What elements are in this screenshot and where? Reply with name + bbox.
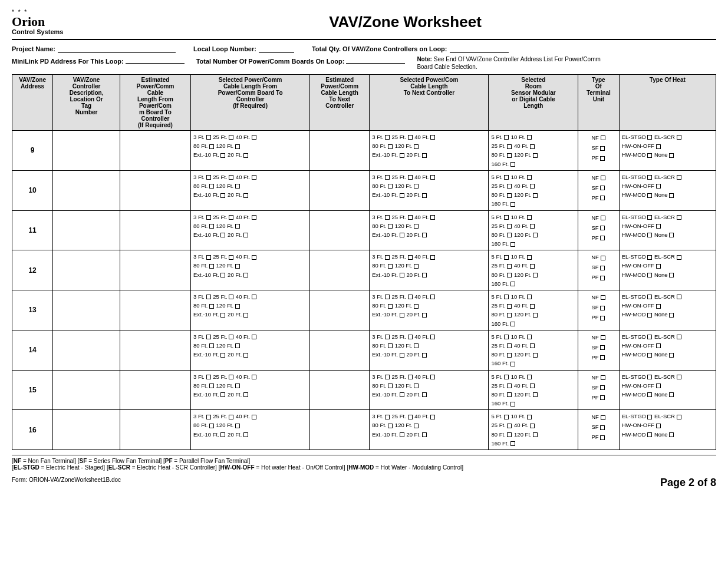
row-est2[interactable] <box>310 410 370 450</box>
row-type: NF SF PF <box>578 410 620 450</box>
row-sel2: 3 Ft. 25 Ft. 40 Ft. 80 Ft. 120 Ft. Ext.-… <box>370 210 489 250</box>
th-est2: EstimatedPower/CommCable LengthTo NextCo… <box>310 75 370 131</box>
table-row: 15 3 Ft. 25 Ft. 40 Ft. 80 Ft. 120 Ft. Ex… <box>12 370 716 410</box>
row-sel2: 3 Ft. 25 Ft. 40 Ft. 80 Ft. 120 Ft. Ext.-… <box>370 410 489 450</box>
row-description[interactable] <box>53 210 120 250</box>
row-room: 5 Ft. 10 Ft. 25 Ft. 40 Ft. 80 Ft. 120 Ft… <box>489 250 578 290</box>
row-est1[interactable] <box>120 131 190 171</box>
row-description[interactable] <box>53 370 120 410</box>
th-sel1: Selected Power/CommCable Length FromPowe… <box>190 75 309 131</box>
row-est1[interactable] <box>120 290 190 330</box>
minilink-label: MiniLink PD Address For This Loop: <box>12 55 185 65</box>
row-room: 5 Ft. 10 Ft. 25 Ft. 40 Ft. 80 Ft. 120 Ft… <box>489 131 578 171</box>
row-est1[interactable] <box>120 410 190 450</box>
minilink-field[interactable] <box>126 55 185 64</box>
row-description[interactable] <box>53 170 120 210</box>
page-title: VAV/Zone Worksheet <box>94 13 716 31</box>
th-sel2: Selected Power/ComCable LengthTo Next Co… <box>370 75 489 131</box>
minilink-row: MiniLink PD Address For This Loop: Total… <box>12 55 716 71</box>
project-info-row: Project Name: Local Loop Number: Total Q… <box>12 45 716 53</box>
row-est2[interactable] <box>310 170 370 210</box>
row-description[interactable] <box>53 290 120 330</box>
th-address: VAV/ZoneAddress <box>12 75 53 131</box>
row-sel1: 3 Ft. 25 Ft. 40 Ft. 80 Ft. 120 Ft. Ext.-… <box>190 250 309 290</box>
row-description[interactable] <box>53 330 120 370</box>
page-number: Page 2 of 8 <box>660 477 716 489</box>
row-est2[interactable] <box>310 330 370 370</box>
row-address: 15 <box>12 370 53 410</box>
row-room: 5 Ft. 10 Ft. 25 Ft. 40 Ft. 80 Ft. 120 Ft… <box>489 410 578 450</box>
row-heat: EL-STGD EL-SCR HW-ON-OFF HW-MOD None <box>619 290 716 330</box>
row-sel1: 3 Ft. 25 Ft. 40 Ft. 80 Ft. 120 Ft. Ext.-… <box>190 370 309 410</box>
row-heat: EL-STGD EL-SCR HW-ON-OFF HW-MOD None <box>619 410 716 450</box>
note-text: Note: See End Of VAV/Zone Controller Add… <box>417 55 617 71</box>
row-est2[interactable] <box>310 370 370 410</box>
row-heat: EL-STGD EL-SCR HW-ON-OFF HW-MOD None <box>619 131 716 171</box>
row-type: NF SF PF <box>578 290 620 330</box>
row-room: 5 Ft. 10 Ft. 25 Ft. 40 Ft. 80 Ft. 120 Ft… <box>489 330 578 370</box>
row-sel2: 3 Ft. 25 Ft. 40 Ft. 80 Ft. 120 Ft. Ext.-… <box>370 170 489 210</box>
row-type: NF SF PF <box>578 210 620 250</box>
footer-line2: [EL-STGD = Electric Heat - Staged] [EL-S… <box>12 464 716 471</box>
footer-line1: [NF = Non Fan Terminal] [SF = Series Flo… <box>12 458 716 464</box>
row-est2[interactable] <box>310 131 370 171</box>
row-heat: EL-STGD EL-SCR HW-ON-OFF HW-MOD None <box>619 250 716 290</box>
main-table: VAV/ZoneAddress VAV/ZoneControllerDescri… <box>12 74 716 450</box>
row-description[interactable] <box>53 250 120 290</box>
total-boards-label: Total Number Of Power/Comm Boards On Loo… <box>196 55 406 65</box>
row-type: NF SF PF <box>578 250 620 290</box>
header-section: * * * Orion Control Systems VAV/Zone Wor… <box>12 9 716 71</box>
row-est1[interactable] <box>120 370 190 410</box>
local-loop-label: Local Loop Number: <box>193 45 294 53</box>
total-qty-label: Total Qty. Of VAV/Zone Controllers on Lo… <box>312 45 509 53</box>
table-row: 10 3 Ft. 25 Ft. 40 Ft. 80 Ft. 120 Ft. Ex… <box>12 170 716 210</box>
table-row: 9 3 Ft. 25 Ft. 40 Ft. 80 Ft. 120 Ft. Ext… <box>12 131 716 171</box>
row-sel2: 3 Ft. 25 Ft. 40 Ft. 80 Ft. 120 Ft. Ext.-… <box>370 370 489 410</box>
row-heat: EL-STGD EL-SCR HW-ON-OFF HW-MOD None <box>619 170 716 210</box>
row-est2[interactable] <box>310 210 370 250</box>
row-est1[interactable] <box>120 330 190 370</box>
row-sel2: 3 Ft. 25 Ft. 40 Ft. 80 Ft. 120 Ft. Ext.-… <box>370 330 489 370</box>
row-est1[interactable] <box>120 210 190 250</box>
table-row: 13 3 Ft. 25 Ft. 40 Ft. 80 Ft. 120 Ft. Ex… <box>12 290 716 330</box>
row-sel2: 3 Ft. 25 Ft. 40 Ft. 80 Ft. 120 Ft. Ext.-… <box>370 250 489 290</box>
row-address: 16 <box>12 410 53 450</box>
row-sel1: 3 Ft. 25 Ft. 40 Ft. 80 Ft. 120 Ft. Ext.-… <box>190 330 309 370</box>
row-room: 5 Ft. 10 Ft. 25 Ft. 40 Ft. 80 Ft. 120 Ft… <box>489 210 578 250</box>
row-address: 14 <box>12 330 53 370</box>
row-description[interactable] <box>53 131 120 171</box>
footer-notes: [NF = Non Fan Terminal] [SF = Series Flo… <box>12 455 716 471</box>
table-row: 12 3 Ft. 25 Ft. 40 Ft. 80 Ft. 120 Ft. Ex… <box>12 250 716 290</box>
project-name-field[interactable] <box>58 45 176 53</box>
row-address: 9 <box>12 131 53 171</box>
total-boards-field[interactable] <box>346 55 405 64</box>
row-sel2: 3 Ft. 25 Ft. 40 Ft. 80 Ft. 120 Ft. Ext.-… <box>370 131 489 171</box>
logo-name: Orion <box>12 15 94 28</box>
row-address: 12 <box>12 250 53 290</box>
row-sel1: 3 Ft. 25 Ft. 40 Ft. 80 Ft. 120 Ft. Ext.-… <box>190 290 309 330</box>
th-est1: EstimatedPower/CommCableLength FromPower… <box>120 75 190 131</box>
table-row: 14 3 Ft. 25 Ft. 40 Ft. 80 Ft. 120 Ft. Ex… <box>12 330 716 370</box>
row-heat: EL-STGD EL-SCR HW-ON-OFF HW-MOD None <box>619 370 716 410</box>
row-room: 5 Ft. 10 Ft. 25 Ft. 40 Ft. 80 Ft. 120 Ft… <box>489 370 578 410</box>
row-type: NF SF PF <box>578 170 620 210</box>
row-sel1: 3 Ft. 25 Ft. 40 Ft. 80 Ft. 120 Ft. Ext.-… <box>190 170 309 210</box>
row-address: 13 <box>12 290 53 330</box>
table-row: 11 3 Ft. 25 Ft. 40 Ft. 80 Ft. 120 Ft. Ex… <box>12 210 716 250</box>
total-qty-field[interactable] <box>450 45 509 53</box>
row-est2[interactable] <box>310 250 370 290</box>
th-type: TypeOfTerminalUnit <box>578 75 620 131</box>
header-row: VAV/ZoneAddress VAV/ZoneControllerDescri… <box>12 75 716 131</box>
table-row: 16 3 Ft. 25 Ft. 40 Ft. 80 Ft. 120 Ft. Ex… <box>12 410 716 450</box>
logo-title-row: * * * Orion Control Systems VAV/Zone Wor… <box>12 9 716 40</box>
row-est1[interactable] <box>120 250 190 290</box>
row-sel1: 3 Ft. 25 Ft. 40 Ft. 80 Ft. 120 Ft. Ext.-… <box>190 210 309 250</box>
row-est2[interactable] <box>310 290 370 330</box>
row-description[interactable] <box>53 410 120 450</box>
row-type: NF SF PF <box>578 370 620 410</box>
row-est1[interactable] <box>120 170 190 210</box>
row-sel2: 3 Ft. 25 Ft. 40 Ft. 80 Ft. 120 Ft. Ext.-… <box>370 290 489 330</box>
footer-bottom: Form: ORION-VAVZoneWorksheet1B.doc Page … <box>12 477 716 489</box>
local-loop-field[interactable] <box>259 45 294 53</box>
th-room: SelectedRoomSensor Modularor Digital Cab… <box>489 75 578 131</box>
